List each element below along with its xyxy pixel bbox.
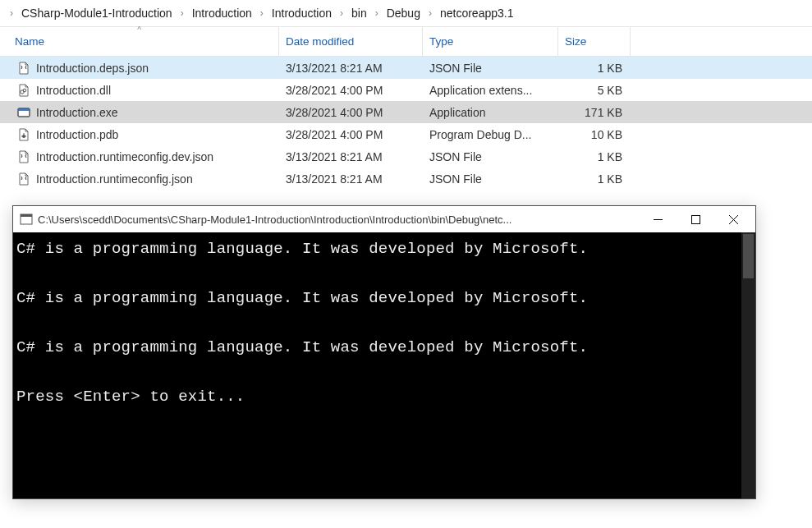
- file-size: 10 KB: [558, 128, 631, 141]
- file-date: 3/13/2021 8:21 AM: [279, 150, 423, 163]
- json-file-icon: [16, 61, 31, 76]
- column-header-name[interactable]: ^ Name: [0, 27, 279, 56]
- chevron-right-icon: ›: [338, 7, 345, 19]
- file-type: JSON File: [423, 150, 558, 163]
- file-date: 3/28/2021 4:00 PM: [279, 128, 423, 141]
- file-type: JSON File: [423, 172, 558, 186]
- file-row[interactable]: Introduction.runtimeconfig.dev.json3/13/…: [0, 145, 812, 168]
- console-window: C:\Users\scedd\Documents\CSharp-Module1-…: [12, 205, 756, 499]
- file-date: 3/13/2021 8:21 AM: [279, 172, 423, 186]
- file-type: Application: [423, 106, 558, 119]
- file-size: 1 KB: [558, 62, 631, 75]
- console-line: [16, 262, 752, 287]
- file-list-header: ^ Name Date modified Type Size: [0, 26, 812, 57]
- console-line: Press <Enter> to exit...: [16, 385, 752, 410]
- minimize-button[interactable]: [639, 207, 677, 232]
- breadcrumb-item[interactable]: Debug: [383, 5, 424, 21]
- file-type: Program Debug D...: [423, 128, 558, 141]
- breadcrumb-item[interactable]: Introduction: [268, 5, 335, 21]
- file-name: Introduction.pdb: [36, 128, 118, 141]
- svg-rect-12: [691, 215, 700, 223]
- chevron-right-icon: ›: [427, 7, 434, 19]
- console-line: C# is a programming language. It was dev…: [16, 237, 752, 262]
- file-date: 3/13/2021 8:21 AM: [279, 62, 423, 75]
- file-name: Introduction.exe: [36, 106, 118, 119]
- chevron-right-icon: ›: [259, 7, 265, 19]
- file-size: 5 KB: [558, 84, 631, 97]
- file-row[interactable]: Introduction.dll3/28/2021 4:00 PMApplica…: [0, 79, 812, 101]
- console-line: [16, 360, 752, 385]
- svg-rect-10: [21, 214, 32, 217]
- console-icon: [20, 213, 33, 226]
- file-date: 3/28/2021 4:00 PM: [279, 106, 423, 119]
- console-scrollbar[interactable]: [741, 232, 755, 498]
- file-list: ^ Name Date modified Type Size Introduct…: [0, 26, 812, 190]
- breadcrumb-item[interactable]: netcoreapp3.1: [437, 5, 517, 21]
- close-button[interactable]: [714, 207, 752, 232]
- breadcrumb-item[interactable]: CSharp-Module1-Introduction: [18, 5, 176, 21]
- file-size: 1 KB: [558, 172, 631, 186]
- window-buttons: [639, 207, 752, 232]
- console-line: C# is a programming language. It was dev…: [16, 287, 752, 311]
- scrollbar-thumb[interactable]: [743, 234, 754, 278]
- pdb-file-icon: [16, 127, 31, 142]
- file-row[interactable]: Introduction.pdb3/28/2021 4:00 PMProgram…: [0, 123, 812, 145]
- json-file-icon: [16, 172, 31, 186]
- column-header-size[interactable]: Size: [558, 27, 631, 56]
- json-file-icon: [16, 149, 31, 164]
- column-header-label: Name: [15, 35, 44, 48]
- breadcrumb-item[interactable]: Introduction: [189, 5, 255, 21]
- chevron-right-icon: ›: [374, 7, 380, 19]
- sort-asc-icon: ^: [137, 25, 141, 34]
- column-header-date[interactable]: Date modified: [279, 27, 423, 56]
- exe-file-icon: [16, 105, 31, 120]
- file-row[interactable]: Introduction.runtimeconfig.json3/13/2021…: [0, 168, 812, 190]
- console-title: C:\Users\scedd\Documents\CSharp-Module1-…: [38, 213, 634, 226]
- file-type: Application extens...: [423, 84, 558, 97]
- file-row[interactable]: Introduction.deps.json3/13/2021 8:21 AMJ…: [0, 57, 812, 79]
- chevron-right-icon: ›: [8, 7, 15, 19]
- file-type: JSON File: [423, 62, 558, 75]
- chevron-right-icon: ›: [179, 7, 186, 19]
- column-header-type[interactable]: Type: [423, 27, 558, 56]
- console-line: [16, 311, 752, 336]
- file-date: 3/28/2021 4:00 PM: [279, 84, 423, 97]
- file-name: Introduction.runtimeconfig.dev.json: [36, 150, 213, 163]
- console-body[interactable]: C# is a programming language. It was dev…: [13, 232, 755, 498]
- svg-point-5: [22, 135, 25, 138]
- file-row[interactable]: Introduction.exe3/28/2021 4:00 PMApplica…: [0, 101, 812, 123]
- console-line: C# is a programming language. It was dev…: [16, 336, 752, 360]
- file-size: 1 KB: [558, 150, 631, 163]
- file-name: Introduction.runtimeconfig.json: [36, 172, 193, 186]
- file-name: Introduction.dll: [36, 84, 111, 97]
- dll-file-icon: [16, 83, 31, 98]
- file-size: 171 KB: [558, 106, 631, 119]
- breadcrumb-item[interactable]: bin: [348, 5, 370, 21]
- maximize-button[interactable]: [677, 207, 714, 232]
- breadcrumb: › CSharp-Module1-Introduction › Introduc…: [0, 0, 812, 26]
- file-name: Introduction.deps.json: [36, 62, 149, 75]
- console-titlebar[interactable]: C:\Users\scedd\Documents\CSharp-Module1-…: [13, 206, 755, 232]
